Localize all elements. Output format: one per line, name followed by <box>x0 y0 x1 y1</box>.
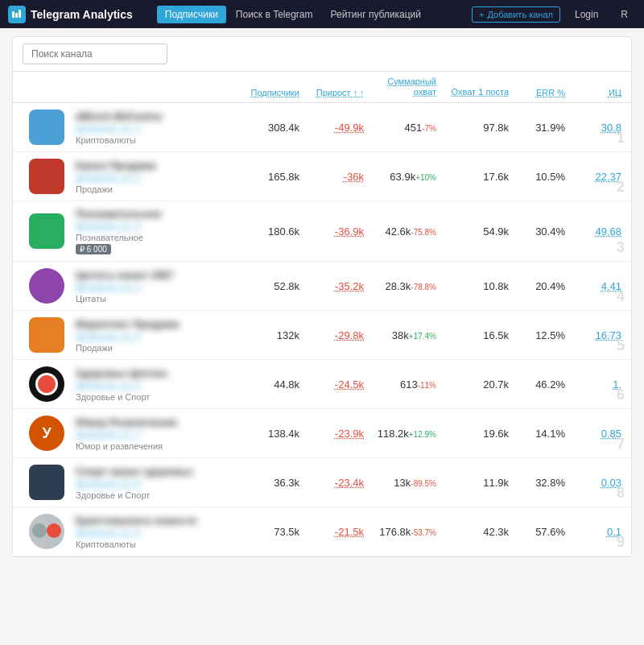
cell-err: 12.5% <box>509 329 565 341</box>
cell-reach-1post: 54.9k <box>436 225 509 238</box>
channel-category: Здоровье и Спорт <box>76 392 227 402</box>
svg-rect-0 <box>12 11 14 18</box>
total-reach-pct: -78.8% <box>411 283 436 291</box>
cell-reach-1post: 17.6k <box>436 171 509 183</box>
channel-name: Познавательное <box>76 208 227 220</box>
cell-reach-1post: 16.5k <box>436 329 509 341</box>
channel-url[interactable]: @channel_url_3 <box>76 221 227 231</box>
cell-ic: 22.37 <box>565 171 621 183</box>
th-err[interactable]: ERR % <box>509 88 565 97</box>
cell-subscribers: 52.8k <box>227 280 299 292</box>
th-total-reach[interactable]: Суммарный охват <box>364 76 436 97</box>
table-row[interactable]: Канал Продажи @channel_url_2 Продажи 165… <box>13 152 631 201</box>
channel-url[interactable]: @channel_url_2 <box>76 173 227 183</box>
table-row[interactable]: dBlock BitCasino @channel_url_1 Криптова… <box>13 103 631 152</box>
total-reach-value: 118.2k <box>378 428 409 440</box>
channels-table-container: Подписчики Прирост ↑ Суммарный охват Охв… <box>12 36 632 557</box>
cell-subscribers: 308.4k <box>227 122 299 134</box>
channel-avatar <box>23 268 71 304</box>
channel-category: Криптовалюты <box>76 540 227 549</box>
total-reach-pct: +10% <box>415 173 436 182</box>
total-reach-value: 42.6k <box>386 225 411 238</box>
table-row[interactable]: Спорт канал здоровье @channel_url_8 Здор… <box>13 458 631 507</box>
channel-info: Канал Продажи @channel_url_2 Продажи <box>71 159 227 194</box>
channel-info: Цитаты канал 1987 @channel_url_4 Цитаты <box>71 269 227 304</box>
cell-ic: 0.1 <box>565 526 621 538</box>
nav-search[interactable]: Поиск в Telegram <box>228 6 321 23</box>
channel-url[interactable]: @channel_url_9 <box>76 528 227 538</box>
channel-url[interactable]: @channel_url_8 <box>76 479 227 489</box>
channel-url[interactable]: @channel_url_1 <box>76 124 227 134</box>
channel-url[interactable]: @channel_url_5 <box>76 332 227 341</box>
cell-ic: 0.85 <box>565 428 621 440</box>
main-nav: Подписчики Поиск в Telegram Рейтинг публ… <box>157 6 464 23</box>
row-number: 7 <box>617 436 625 453</box>
cell-growth: -23.9k <box>299 428 364 440</box>
channel-avatar <box>23 213 71 249</box>
login-link[interactable]: Login <box>567 6 606 23</box>
nav-ratings[interactable]: Подписчики <box>157 6 226 23</box>
register-link[interactable]: R <box>613 6 636 23</box>
table-header: Подписчики Прирост ↑ Суммарный охват Охв… <box>13 72 631 103</box>
cell-subscribers: 165.8k <box>227 171 299 183</box>
table-row[interactable]: Цитаты канал 1987 @channel_url_4 Цитаты … <box>13 262 631 311</box>
table-row[interactable]: Маркетинг Продажи @channel_url_5 Продажи… <box>13 311 631 360</box>
cell-err: 46.2% <box>509 378 565 391</box>
search-input[interactable] <box>23 43 167 64</box>
channel-info: Маркетинг Продажи @channel_url_5 Продажи <box>71 318 227 353</box>
row-number: 9 <box>617 534 625 551</box>
channel-url[interactable]: @channel_url_7 <box>76 430 227 440</box>
table-row[interactable]: Здоровье фитнес @channel_url_6 Здоровье … <box>13 360 631 409</box>
cell-ic: 4.41 <box>565 280 621 292</box>
table-body: dBlock BitCasino @channel_url_1 Криптова… <box>13 103 631 556</box>
channel-avatar <box>23 366 71 402</box>
channel-avatar <box>23 514 71 549</box>
cell-err: 20.4% <box>509 280 565 292</box>
cell-total-reach: 42.6k-75.8% <box>364 225 436 238</box>
th-reach-1post[interactable]: Охват 1 поста <box>436 87 509 97</box>
channel-name: Криптовалюта новости <box>76 515 227 527</box>
cell-total-reach: 63.9k+10% <box>364 171 436 183</box>
cell-total-reach: 28.3k-78.8% <box>364 280 436 292</box>
channel-name: dBlock BitCasino <box>76 110 227 122</box>
table-row[interactable]: Познавательное @channel_url_3 Познавател… <box>13 201 631 262</box>
channel-avatar: У <box>23 416 71 451</box>
add-channel-button[interactable]: + Добавить канал <box>472 6 560 23</box>
row-number: 4 <box>617 288 625 305</box>
cell-err: 30.4% <box>509 225 565 238</box>
channel-category: Продажи <box>76 184 227 194</box>
nav-publications[interactable]: Рейтинг публикаций <box>323 6 430 23</box>
total-reach-pct: +17.4% <box>409 332 436 341</box>
channel-url[interactable]: @channel_url_4 <box>76 283 227 292</box>
cell-err: 57.6% <box>509 526 565 538</box>
channel-url[interactable]: @channel_url_6 <box>76 381 227 391</box>
svg-rect-2 <box>19 10 21 18</box>
channel-info: Криптовалюта новости @channel_url_9 Крип… <box>71 515 227 549</box>
th-ic[interactable]: ИЦ <box>565 88 621 97</box>
table-row[interactable]: У Юмор Развлечения @channel_url_7 Юмор и… <box>13 409 631 458</box>
row-number: 8 <box>617 485 625 502</box>
cell-err: 14.1% <box>509 428 565 440</box>
cell-reach-1post: 11.9k <box>436 477 509 489</box>
channel-category: Цитаты <box>76 294 227 304</box>
total-reach-pct: +12.9% <box>409 430 436 439</box>
cell-subscribers: 132k <box>227 329 299 341</box>
cell-reach-1post: 42.3k <box>436 526 509 538</box>
total-reach-pct: -11% <box>418 381 436 390</box>
th-subscribers[interactable]: Подписчики <box>227 88 299 97</box>
channel-avatar <box>23 317 71 353</box>
cell-ic: 30.8 <box>565 122 621 134</box>
total-reach-value: 13k <box>394 477 411 489</box>
cell-subscribers: 44.8k <box>227 378 299 391</box>
channel-category: Криптовалюты <box>76 135 227 145</box>
table-row[interactable]: Криптовалюта новости @channel_url_9 Крип… <box>13 507 631 556</box>
search-row <box>13 37 631 72</box>
channel-category: Здоровье и Спорт <box>76 490 227 500</box>
total-reach-pct: -7% <box>422 124 436 133</box>
cell-total-reach: 176.8k-53.7% <box>364 526 436 538</box>
total-reach-pct: -75.8% <box>411 228 436 237</box>
channel-info: Юмор Развлечения @channel_url_7 Юмор и р… <box>71 416 227 451</box>
price-badge: ₽ 6 000 <box>76 244 111 254</box>
channel-avatar <box>23 465 71 500</box>
th-growth[interactable]: Прирост ↑ <box>299 88 364 97</box>
